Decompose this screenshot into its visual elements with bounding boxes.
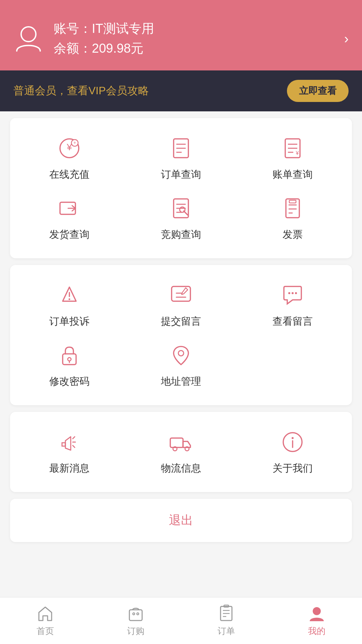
view-message-label: 查看留言	[273, 315, 313, 328]
avatar-icon	[13, 23, 44, 54]
about-label: 关于我们	[273, 462, 313, 475]
svg-rect-27	[172, 286, 190, 301]
logistics-item[interactable]: 物流信息	[147, 429, 215, 475]
nav-label-shop: 订购	[127, 625, 144, 637]
svg-text:+: +	[73, 140, 76, 145]
profile-icon	[308, 604, 326, 623]
svg-point-52	[313, 607, 321, 615]
auction-query-item[interactable]: 竞购查询	[147, 195, 215, 241]
card1-row2: 发货查询 竞购查询	[10, 188, 352, 248]
invoice-label: 发票	[283, 228, 303, 241]
address-icon	[168, 342, 194, 369]
svg-point-34	[178, 351, 184, 356]
nav-label-orders: 订单	[218, 625, 235, 637]
nav-item-orders[interactable]: 订单	[217, 604, 235, 637]
order-query-item[interactable]: 订单查询	[147, 135, 215, 181]
nav-item-profile[interactable]: 我的	[308, 604, 326, 637]
submit-message-item[interactable]: 提交留言	[147, 282, 215, 328]
svg-point-28	[288, 292, 290, 294]
card-services-1: ¥ + 在线充值 订单查询	[10, 118, 352, 258]
view-message-icon	[279, 282, 306, 309]
nav-label-home: 首页	[37, 625, 54, 637]
header-left: 账号：IT测试专用 余额：209.98元	[13, 20, 154, 57]
header-arrow[interactable]: ›	[344, 31, 349, 46]
bill-query-label: 账单查询	[273, 168, 313, 181]
svg-line-35	[73, 437, 75, 439]
shipping-query-label: 发货查询	[49, 228, 89, 241]
submit-message-icon	[168, 282, 194, 309]
recharge-item[interactable]: ¥ + 在线充值	[36, 135, 103, 181]
about-item[interactable]: 关于我们	[259, 429, 326, 475]
change-password-item[interactable]: 修改密码	[36, 342, 103, 388]
shipping-query-icon	[56, 195, 83, 222]
svg-rect-38	[170, 438, 183, 447]
recharge-label: 在线充值	[49, 168, 89, 181]
invoice-icon	[279, 195, 306, 222]
card2-row2: 修改密码 地址管理	[10, 335, 352, 395]
card-services-3: 最新消息 物流信息 关于我们	[10, 412, 352, 492]
auction-query-icon	[168, 195, 194, 222]
svg-point-43	[292, 437, 294, 439]
notification-label: 最新消息	[49, 462, 89, 475]
about-icon	[279, 429, 306, 455]
svg-rect-20	[286, 199, 299, 218]
notification-item[interactable]: 最新消息	[36, 429, 103, 475]
card3-row1: 最新消息 物流信息 关于我们	[10, 422, 352, 482]
logout-card[interactable]: 退出	[10, 499, 352, 542]
submit-message-label: 提交留言	[161, 315, 201, 328]
nav-item-home[interactable]: 首页	[36, 604, 54, 637]
bill-query-icon: ¥	[279, 135, 306, 162]
nav-label-profile: 我的	[308, 625, 325, 637]
bottom-nav: 首页 订购 订单	[0, 597, 362, 644]
orders-icon	[217, 604, 235, 623]
address-item[interactable]: 地址管理	[147, 342, 215, 388]
complaint-label: 订单投诉	[49, 315, 89, 328]
shop-icon	[127, 604, 145, 623]
svg-point-19	[180, 207, 185, 212]
logout-text: 退出	[169, 513, 193, 527]
complaint-item[interactable]: 订单投诉	[36, 282, 103, 328]
svg-point-29	[292, 292, 294, 294]
home-icon	[36, 604, 54, 623]
svg-point-46	[137, 613, 139, 615]
svg-rect-44	[129, 610, 142, 621]
notification-icon	[56, 429, 83, 455]
card1-row1: ¥ + 在线充值 订单查询	[10, 128, 352, 188]
logistics-icon	[168, 429, 194, 455]
svg-point-45	[133, 613, 135, 615]
recharge-icon: ¥ +	[56, 135, 83, 162]
card-services-2: 订单投诉 提交留言	[10, 265, 352, 405]
svg-line-37	[73, 445, 75, 447]
change-password-icon	[56, 342, 83, 369]
order-query-label: 订单查询	[161, 168, 201, 181]
vip-text: 普通会员，查看VIP会员攻略	[13, 84, 149, 98]
svg-point-30	[295, 292, 297, 294]
vip-button[interactable]: 立即查看	[287, 80, 349, 102]
balance-info: 余额：209.98元	[54, 40, 154, 57]
vip-banner: 普通会员，查看VIP会员攻略 立即查看	[0, 70, 362, 111]
shipping-query-item[interactable]: 发货查询	[36, 195, 103, 241]
complaint-icon	[56, 282, 83, 309]
logistics-label: 物流信息	[161, 462, 201, 475]
svg-point-0	[21, 27, 36, 42]
order-query-icon	[168, 135, 194, 162]
header-info: 账号：IT测试专用 余额：209.98元	[54, 20, 154, 57]
nav-item-shop[interactable]: 订购	[127, 604, 145, 637]
header: 账号：IT测试专用 余额：209.98元 ›	[0, 0, 362, 70]
invoice-item[interactable]: 发票	[259, 195, 326, 241]
card2-row1: 订单投诉 提交留言	[10, 275, 352, 335]
svg-point-26	[68, 299, 70, 300]
address-label: 地址管理	[161, 375, 201, 388]
auction-query-label: 竞购查询	[161, 228, 201, 241]
svg-rect-24	[289, 200, 296, 203]
svg-text:¥: ¥	[296, 150, 299, 156]
view-message-item[interactable]: 查看留言	[259, 282, 326, 328]
bill-query-item[interactable]: ¥ 账单查询	[259, 135, 326, 181]
account-info: 账号：IT测试专用	[54, 20, 154, 37]
change-password-label: 修改密码	[49, 375, 89, 388]
